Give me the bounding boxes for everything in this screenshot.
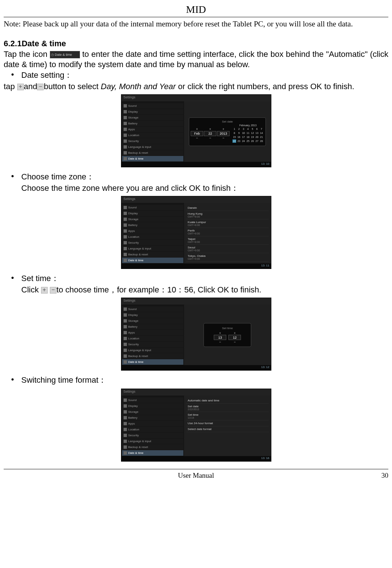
sidebar-item[interactable]: Apps bbox=[122, 228, 183, 234]
timezone-row[interactable]: TaipeiGMT+8:00 bbox=[186, 236, 269, 245]
year-field[interactable] bbox=[217, 131, 230, 136]
sidebar-icon bbox=[124, 354, 127, 358]
sidebar-item[interactable]: Backup & reset bbox=[122, 252, 183, 257]
sidebar-icon bbox=[124, 122, 127, 125]
intro-part1: Tap the icon bbox=[4, 50, 50, 59]
sidebar-item[interactable]: Battery bbox=[122, 415, 183, 420]
sidebar-item[interactable]: Storage bbox=[122, 115, 183, 120]
t: button to select bbox=[44, 82, 100, 91]
hour-field[interactable] bbox=[214, 335, 226, 340]
sidebar-icon bbox=[124, 253, 127, 256]
ss-topbar: Settings bbox=[121, 196, 271, 203]
sidebar-item[interactable]: Battery bbox=[122, 222, 183, 228]
sidebar-label: Apps bbox=[128, 422, 135, 425]
intro-paragraph: Tap the icon Date & time to enter the da… bbox=[4, 49, 388, 69]
sidebar-item[interactable]: Apps bbox=[122, 421, 183, 426]
sidebar-icon bbox=[124, 398, 127, 402]
sidebar-item[interactable]: Location bbox=[122, 336, 183, 341]
sidebar-item[interactable]: Display bbox=[122, 211, 183, 216]
sidebar-icon bbox=[124, 212, 127, 215]
t: and bbox=[24, 82, 37, 91]
minute-field[interactable] bbox=[228, 335, 241, 340]
sidebar-label: Storage bbox=[128, 319, 139, 323]
page-number: 30 bbox=[366, 471, 388, 480]
bullet-date-setting: Date setting： bbox=[11, 70, 388, 81]
sidebar-item[interactable]: Location bbox=[122, 132, 183, 138]
sidebar-label: Date & time bbox=[128, 157, 144, 160]
sidebar-item[interactable]: Backup & reset bbox=[122, 353, 183, 359]
sidebar-label: Storage bbox=[128, 410, 139, 414]
sidebar-item[interactable]: Date & time bbox=[122, 258, 183, 263]
timezone-row[interactable]: Darwin bbox=[186, 205, 269, 211]
sidebar-label: Backup & reset bbox=[128, 151, 148, 154]
header-rule bbox=[4, 17, 388, 17]
sidebar-item[interactable]: Security bbox=[122, 240, 183, 245]
sidebar-icon bbox=[124, 247, 127, 250]
settings-row[interactable]: Set date2/22/2013 bbox=[186, 404, 269, 412]
date-setting-text: tap +and−button to select Day, Month and… bbox=[4, 81, 388, 92]
timezone-row[interactable]: PerthGMT+8:00 bbox=[186, 228, 269, 236]
sidebar-icon bbox=[124, 325, 127, 328]
sidebar-item[interactable]: Language & input bbox=[122, 347, 183, 353]
sidebar-item[interactable]: Storage bbox=[122, 409, 183, 415]
sidebar-icon bbox=[124, 157, 127, 160]
month-field[interactable] bbox=[191, 131, 203, 136]
sidebar-item[interactable]: Date & time bbox=[122, 450, 183, 456]
date-time-icon: Date & time bbox=[50, 51, 80, 58]
sidebar-icon bbox=[124, 422, 127, 425]
sidebar-item[interactable]: Security bbox=[122, 138, 183, 144]
sidebar-item[interactable]: Battery bbox=[122, 324, 183, 329]
set-time-sub: Click + −to choose time，for example：10：5… bbox=[21, 285, 388, 295]
sidebar-item[interactable]: Apps bbox=[122, 127, 183, 132]
settings-row[interactable]: Use 24-hour format bbox=[186, 420, 269, 426]
settings-row[interactable]: Select date format bbox=[186, 426, 269, 432]
sidebar-item[interactable]: Backup & reset bbox=[122, 150, 183, 156]
sidebar-item[interactable]: Language & input bbox=[122, 246, 183, 251]
day-field[interactable] bbox=[204, 131, 216, 136]
t: to choose time，for example：10：56, Click … bbox=[56, 285, 261, 294]
sidebar-item[interactable]: Security bbox=[122, 433, 183, 438]
sidebar-label: Display bbox=[128, 110, 138, 113]
settings-row[interactable]: Set time13:16 bbox=[186, 412, 269, 420]
minus-icon: − bbox=[50, 287, 56, 294]
timezone-row[interactable]: Kuala LumpurGMT+8:00 bbox=[186, 219, 269, 228]
sidebar-item[interactable]: Backup & reset bbox=[122, 444, 183, 450]
sidebar-label: Storage bbox=[128, 218, 139, 221]
sidebar-item[interactable]: Language & input bbox=[122, 144, 183, 150]
sidebar-item[interactable]: Storage bbox=[122, 318, 183, 324]
sidebar-item[interactable]: Sound bbox=[122, 205, 183, 210]
sidebar-item[interactable]: Security bbox=[122, 342, 183, 347]
ss-sidebar: SoundDisplayStorageBatteryAppsLocationSe… bbox=[121, 203, 184, 263]
sidebar-icon bbox=[124, 128, 127, 131]
sidebar-label: Sound bbox=[128, 398, 137, 402]
sidebar-item[interactable]: Battery bbox=[122, 121, 183, 126]
sidebar-icon bbox=[124, 229, 127, 233]
sidebar-item[interactable]: Display bbox=[122, 403, 183, 409]
sidebar-item[interactable]: Sound bbox=[122, 103, 183, 109]
sidebar-item[interactable]: Display bbox=[122, 109, 183, 114]
sidebar-icon bbox=[124, 139, 127, 143]
timezone-row[interactable]: Hong KongGMT+8:00 bbox=[186, 211, 269, 219]
sidebar-icon bbox=[124, 440, 127, 443]
sidebar-item[interactable]: Location bbox=[122, 234, 183, 240]
ss-statusbar: 13: 11 bbox=[121, 263, 271, 269]
sidebar-icon bbox=[124, 313, 127, 317]
screenshot-time-format: Settings SoundDisplayStorageBatteryAppsL… bbox=[121, 389, 271, 462]
sidebar-label: Location bbox=[128, 235, 139, 239]
sidebar-item[interactable]: Apps bbox=[122, 330, 183, 335]
sidebar-item[interactable]: Language & input bbox=[122, 438, 183, 444]
timezone-row[interactable]: Tokyo, OsakaGMT+9:00 bbox=[186, 253, 269, 262]
sidebar-item[interactable]: Sound bbox=[122, 397, 183, 403]
timezone-row[interactable]: SeoulGMT+9:00 bbox=[186, 245, 269, 253]
sidebar-item[interactable]: Sound bbox=[122, 306, 183, 312]
ss-statusbar: 13: 12 bbox=[121, 365, 271, 370]
sidebar-item[interactable]: Location bbox=[122, 427, 183, 432]
sidebar-icon bbox=[124, 343, 127, 346]
sidebar-item[interactable]: Date & time bbox=[122, 359, 183, 365]
sidebar-item[interactable]: Date & time bbox=[122, 156, 183, 161]
sidebar-item[interactable]: Storage bbox=[122, 216, 183, 222]
sidebar-icon bbox=[124, 259, 127, 262]
sidebar-item[interactable]: Display bbox=[122, 312, 183, 318]
settings-row[interactable]: Automatic date and time bbox=[186, 398, 269, 404]
sidebar-icon bbox=[124, 416, 127, 419]
